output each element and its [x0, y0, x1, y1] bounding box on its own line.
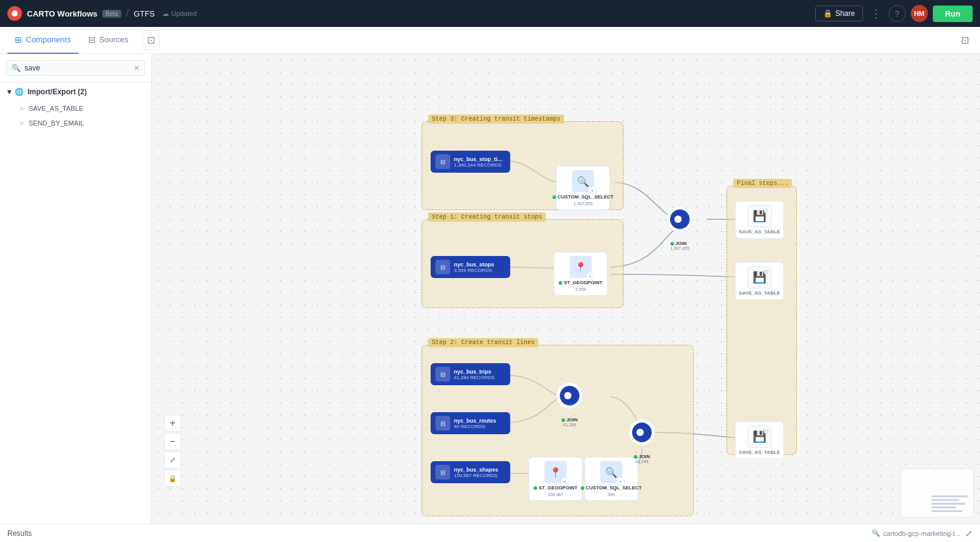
cloud-icon: ☁ — [162, 10, 169, 18]
sidebar: 🔍 ✕ ▾ 🌐 Import/Export (2) ○ SAVE_AS_TABL… — [0, 54, 152, 524]
process-geo1[interactable]: 📍 + ST_GEOGPOINT 3,559 — [554, 252, 608, 296]
sidebar-item-save-as-table[interactable]: ○ SAVE_AS_TABLE — [0, 101, 151, 116]
source3-name: nyc_bus_trips — [454, 369, 495, 375]
secondary-bar: ⊞ Components ⊟ Sources ⊡ ⊡ — [0, 27, 980, 54]
sql2-icon: 🔍 + — [600, 461, 622, 483]
help-button[interactable]: ? — [889, 5, 906, 22]
carto-logo — [7, 6, 22, 21]
circle-icon: ○ — [20, 105, 24, 112]
expand-button[interactable]: ⤢ — [965, 529, 973, 538]
search-area: 🔍 ✕ — [0, 54, 151, 83]
save1-label: SAVE_AS_TABLE — [739, 229, 780, 235]
source5-count: 150,987 RECORDS — [454, 473, 499, 478]
geo1-icon: 📍 + — [570, 256, 592, 278]
topbar: CARTO Workflows Beta / GTFS ☁ Updated 🔒 … — [0, 0, 980, 27]
save-node-1[interactable]: 💾 SAVE_AS_TABLE — [735, 201, 784, 239]
sidebar-item-send-by-email[interactable]: ○ SEND_BY_EMAIL — [0, 116, 151, 130]
fit-button[interactable]: ⤢ — [164, 451, 181, 469]
workflow-canvas[interactable]: Step 3: Creating transit timestamps Step… — [152, 54, 980, 524]
source-node-3[interactable]: ⊟ nyc_bus_trips 41,284 RECORDS — [431, 363, 510, 385]
save-node-2[interactable]: 💾 SAVE_AS_TABLE — [735, 262, 784, 300]
source3-count: 41,284 RECORDS — [454, 375, 495, 380]
process-sql1[interactable]: 🔍 + CUSTOM_SQL_SELECT 1,307,855 — [556, 166, 610, 210]
source-node-5[interactable]: ⊟ nyc_bus_shapes 150,987 RECORDS — [431, 461, 510, 483]
zoom-in-button[interactable]: + — [164, 415, 181, 432]
chevron-down-icon: ▾ — [7, 88, 11, 96]
source1-count: 1,340,244 RECORDS — [454, 162, 506, 168]
circle-icon: ○ — [20, 119, 24, 127]
source-table-icon-3: ⊟ — [435, 367, 450, 382]
group-step2-label: Step 2: Create transit lines — [428, 338, 538, 347]
source4-name: nyc_bus_routes — [454, 418, 496, 424]
group-final-label: Final steps... — [733, 179, 792, 188]
source1-name: nyc_bus_stop_tim... — [454, 156, 506, 162]
group-step3-label: Step 3: Creating transit timestamps — [428, 115, 564, 124]
run-button[interactable]: Run — [933, 6, 973, 22]
avatar[interactable]: HM — [911, 5, 928, 22]
db-info: 🔍 cartodb-gcp-marketing-t... — [872, 529, 960, 537]
join-node-3[interactable]: JOIN 41,284 — [628, 419, 655, 446]
section-header[interactable]: ▾ 🌐 Import/Export (2) — [0, 83, 151, 101]
source2-count: 3,559 RECORDS — [454, 268, 494, 273]
source-node-4[interactable]: ⊟ nyc_bus_routes 90 RECORDS — [431, 412, 510, 434]
geo1-count: 3,559 — [575, 287, 586, 292]
lock-button[interactable]: 🔒 — [164, 470, 181, 487]
process-sql2[interactable]: 🔍 + CUSTOM_SQL_SELECT 365 — [584, 457, 638, 501]
sql1-count: 1,307,855 — [573, 201, 592, 206]
separator: / — [126, 8, 129, 19]
process-geo2[interactable]: 📍 + ST_GEOGPOINT 150,987 — [529, 457, 582, 501]
beta-badge: Beta — [102, 10, 121, 18]
more-menu-button[interactable]: ⋮ — [868, 4, 884, 23]
source-table-icon-5: ⊟ — [435, 465, 450, 480]
source-table-icon-2: ⊟ — [435, 260, 450, 274]
search-input[interactable] — [24, 64, 130, 72]
source-node-2[interactable]: ⊟ nyc_bus_stops 3,559 RECORDS — [431, 256, 510, 278]
db-icon: 🔍 — [872, 529, 880, 537]
zoom-out-button[interactable]: − — [164, 433, 181, 450]
source-table-icon-4: ⊟ — [435, 416, 450, 431]
source-node-1[interactable]: ⊟ nyc_bus_stop_tim... 1,340,244 RECORDS — [431, 151, 510, 173]
geo2-icon: 📍 + — [545, 461, 567, 483]
table-icon: ⊟ — [88, 35, 96, 45]
sql2-count: 365 — [608, 492, 615, 497]
updated-status: ☁ Updated — [162, 10, 197, 18]
results-label: Results — [7, 529, 32, 538]
globe-icon: 🌐 — [15, 88, 24, 96]
import-export-section: ▾ 🌐 Import/Export (2) ○ SAVE_AS_TABLE ○ … — [0, 83, 151, 130]
tab-components[interactable]: ⊞ Components — [7, 27, 78, 54]
grid-icon: ⊞ — [15, 35, 22, 45]
project-title: GTFS — [134, 9, 155, 18]
search-wrap: 🔍 ✕ — [6, 60, 145, 76]
main-area: 🔍 ✕ ▾ 🌐 Import/Export (2) ○ SAVE_AS_TABL… — [0, 54, 980, 524]
group-step1-label: Step 1: Creating transit stops — [428, 213, 546, 222]
db-label: cartodb-gcp-marketing-t... — [883, 530, 960, 537]
minimap — [900, 469, 974, 518]
source5-name: nyc_bus_shapes — [454, 467, 499, 473]
geo2-count: 150,987 — [548, 492, 563, 497]
source2-name: nyc_bus_stops — [454, 262, 494, 268]
fit-view-button[interactable]: ⊡ — [957, 31, 973, 50]
brand-name: CARTO Workflows — [27, 9, 97, 18]
sql1-icon: 🔍 + — [572, 170, 594, 192]
share-button[interactable]: 🔒 Share — [815, 6, 863, 21]
tab-sources[interactable]: ⊟ Sources — [81, 27, 136, 54]
source-table-icon: ⊟ — [435, 154, 450, 169]
collapse-button[interactable]: ⊡ — [143, 30, 159, 50]
save-node-3[interactable]: 💾 SAVE_AS_TABLE — [735, 421, 784, 459]
lock-icon: 🔒 — [823, 9, 832, 18]
bottombar: Results 🔍 cartodb-gcp-marketing-t... ⤢ — [0, 524, 980, 542]
save3-label: SAVE_AS_TABLE — [739, 450, 780, 455]
search-icon: 🔍 — [12, 64, 21, 72]
clear-search-button[interactable]: ✕ — [134, 64, 140, 72]
source4-count: 90 RECORDS — [454, 424, 496, 429]
join-node-1[interactable]: JOIN 1,307,855 — [666, 206, 693, 233]
join-node-2[interactable]: JOIN 41,284 — [556, 382, 583, 409]
zoom-controls: + − ⤢ 🔒 — [164, 415, 181, 487]
save2-label: SAVE_AS_TABLE — [739, 290, 780, 296]
